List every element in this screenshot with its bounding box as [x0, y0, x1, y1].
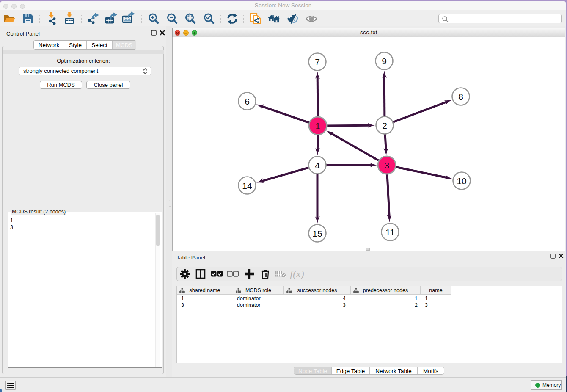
svg-text:3: 3	[384, 160, 389, 170]
svg-text:10: 10	[457, 176, 466, 186]
svg-text:2: 2	[382, 121, 387, 130]
svg-text:4: 4	[315, 160, 320, 170]
svg-text:9: 9	[382, 56, 387, 66]
svg-text:f(x): f(x)	[290, 268, 304, 279]
svg-text:7: 7	[315, 57, 320, 67]
svg-text:15: 15	[312, 229, 322, 238]
svg-text:1: 1	[315, 121, 320, 131]
svg-text:14: 14	[242, 181, 252, 190]
svg-text:8: 8	[458, 92, 463, 102]
svg-text:11: 11	[385, 227, 395, 237]
svg-text:6: 6	[245, 97, 250, 106]
